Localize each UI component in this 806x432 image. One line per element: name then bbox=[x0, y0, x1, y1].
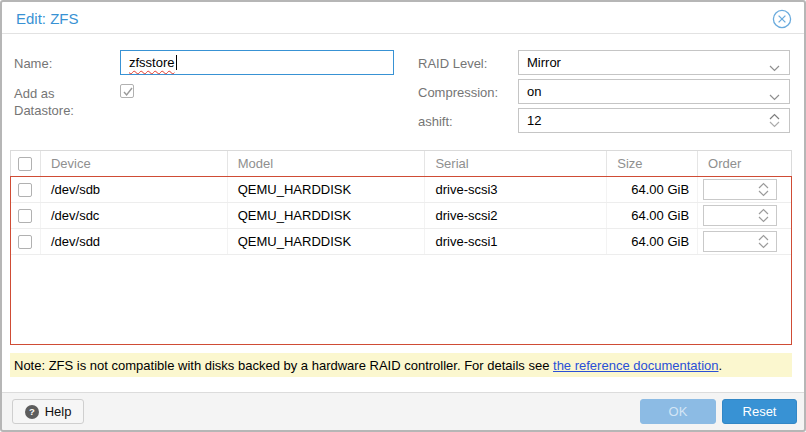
chevron-down-icon bbox=[769, 89, 780, 104]
reset-button-label: Reset bbox=[743, 404, 777, 419]
device-cell: /dev/sdd bbox=[41, 229, 228, 254]
serial-cell: drive-scsi1 bbox=[425, 229, 607, 254]
help-button-label: Help bbox=[45, 404, 72, 419]
column-header-size[interactable]: Size bbox=[607, 151, 698, 176]
order-spinner[interactable] bbox=[703, 179, 777, 200]
question-circle-icon: ? bbox=[25, 405, 39, 419]
dialog-title: Edit: ZFS bbox=[16, 10, 79, 27]
help-button[interactable]: ? Help bbox=[12, 399, 84, 424]
note-text-suffix: . bbox=[719, 358, 723, 373]
size-cell: 64.00 GiB bbox=[607, 229, 698, 254]
model-cell: QEMU_HARDDISK bbox=[228, 177, 426, 202]
order-cell bbox=[698, 203, 791, 228]
compression-select[interactable]: on bbox=[518, 79, 790, 104]
device-cell: /dev/sdb bbox=[41, 177, 228, 202]
disk-table-header: Device Model Serial Size Order bbox=[10, 150, 792, 176]
chevron-up-down-icon[interactable] bbox=[758, 182, 769, 197]
row-checkbox-cell bbox=[11, 229, 41, 254]
name-label: Name: bbox=[14, 56, 52, 71]
dialog-titlebar[interactable]: Edit: ZFS bbox=[2, 2, 804, 34]
column-header-order[interactable]: Order bbox=[698, 151, 791, 176]
column-header-device[interactable]: Device bbox=[41, 151, 228, 176]
select-all-cell bbox=[11, 151, 41, 176]
ok-button[interactable]: OK bbox=[640, 399, 716, 424]
serial-cell: drive-scsi3 bbox=[425, 177, 607, 202]
table-row[interactable]: /dev/sdb QEMU_HARDDISK drive-scsi3 64.00… bbox=[11, 177, 791, 203]
close-icon[interactable] bbox=[772, 9, 792, 29]
zfs-note-bar: Note: ZFS is not compatible with disks b… bbox=[10, 353, 792, 377]
size-cell: 64.00 GiB bbox=[607, 177, 698, 202]
chevron-up-down-icon[interactable] bbox=[769, 113, 780, 128]
order-cell bbox=[698, 177, 791, 202]
note-text: Note: ZFS is not compatible with disks b… bbox=[14, 358, 553, 373]
ashift-value: 12 bbox=[527, 113, 541, 128]
name-input[interactable]: zfsstore bbox=[120, 50, 394, 75]
ok-button-label: OK bbox=[669, 404, 688, 419]
text-caret bbox=[176, 55, 177, 70]
dialog-footer: ? Help OK Reset bbox=[2, 392, 804, 430]
name-input-value: zfsstore bbox=[129, 55, 175, 70]
row-checkbox[interactable] bbox=[18, 183, 32, 197]
ashift-label: ashift: bbox=[418, 114, 453, 129]
table-row[interactable]: /dev/sdc QEMU_HARDDISK drive-scsi2 64.00… bbox=[11, 203, 791, 229]
edit-zfs-dialog: Edit: ZFS Name: zfsstore Add as Datastor… bbox=[0, 0, 806, 432]
column-header-model[interactable]: Model bbox=[228, 151, 426, 176]
svg-text:?: ? bbox=[29, 406, 35, 417]
chevron-up-down-icon[interactable] bbox=[758, 234, 769, 249]
chevron-up-down-icon[interactable] bbox=[758, 208, 769, 223]
table-row[interactable]: /dev/sdd QEMU_HARDDISK drive-scsi1 64.00… bbox=[11, 229, 791, 255]
check-icon bbox=[122, 86, 134, 98]
raid-level-value: Mirror bbox=[527, 55, 561, 70]
compression-value: on bbox=[527, 84, 541, 99]
raid-level-label: RAID Level: bbox=[418, 56, 487, 71]
row-checkbox[interactable] bbox=[18, 209, 32, 223]
compression-label: Compression: bbox=[418, 85, 498, 100]
row-checkbox-cell bbox=[11, 203, 41, 228]
select-all-checkbox[interactable] bbox=[18, 157, 32, 171]
add-datastore-checkbox[interactable] bbox=[120, 84, 134, 98]
order-cell bbox=[698, 229, 791, 254]
reset-button[interactable]: Reset bbox=[722, 399, 797, 424]
disk-table-body: /dev/sdb QEMU_HARDDISK drive-scsi3 64.00… bbox=[10, 176, 792, 345]
size-cell: 64.00 GiB bbox=[607, 203, 698, 228]
row-checkbox-cell bbox=[11, 177, 41, 202]
order-spinner[interactable] bbox=[703, 231, 777, 252]
order-spinner[interactable] bbox=[703, 205, 777, 226]
model-cell: QEMU_HARDDISK bbox=[228, 229, 426, 254]
column-header-serial[interactable]: Serial bbox=[425, 151, 607, 176]
add-datastore-label: Add as Datastore: bbox=[14, 85, 110, 119]
model-cell: QEMU_HARDDISK bbox=[228, 203, 426, 228]
ashift-spinner[interactable]: 12 bbox=[518, 108, 790, 133]
serial-cell: drive-scsi2 bbox=[425, 203, 607, 228]
reference-documentation-link[interactable]: the reference documentation bbox=[553, 358, 719, 373]
device-cell: /dev/sdc bbox=[41, 203, 228, 228]
row-checkbox[interactable] bbox=[18, 235, 32, 249]
raid-level-select[interactable]: Mirror bbox=[518, 50, 790, 75]
chevron-down-icon bbox=[769, 60, 780, 75]
